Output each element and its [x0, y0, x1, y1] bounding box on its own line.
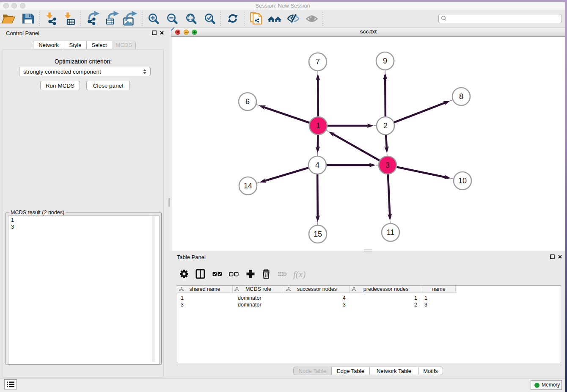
svg-text:f(x): f(x) — [293, 269, 306, 279]
svg-text:10: 10 — [458, 177, 467, 185]
svg-text:6: 6 — [245, 97, 250, 106]
svg-text:9: 9 — [383, 57, 387, 65]
svg-text:4: 4 — [315, 161, 319, 169]
svg-text:8: 8 — [459, 92, 463, 101]
svg-text:2: 2 — [383, 121, 388, 130]
svg-text:1: 1 — [316, 121, 320, 130]
svg-text:14: 14 — [244, 182, 252, 190]
svg-text:11: 11 — [387, 228, 395, 237]
svg-text:15: 15 — [314, 230, 322, 238]
svg-text:7: 7 — [316, 58, 320, 66]
svg-text:3: 3 — [385, 161, 390, 169]
